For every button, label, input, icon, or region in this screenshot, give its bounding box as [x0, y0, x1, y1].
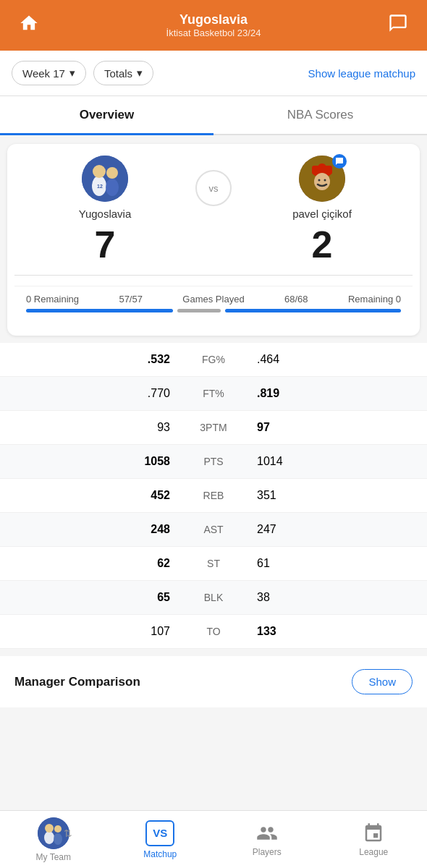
header-center: Yugoslavia İktisat Basketbol 23/24 [166, 12, 261, 38]
matchup-teams: 12 Yugoslavia 7 vs [14, 156, 413, 266]
show-manager-button[interactable]: Show [352, 669, 413, 694]
right-remaining-label: Remaining 0 [348, 294, 401, 305]
right-team-score: 2 [312, 223, 333, 266]
league-icon [363, 822, 384, 844]
bottom-nav: ⇅ My Team VS Matchup Players League [0, 810, 427, 868]
main-content: Overview NBA Scores [0, 96, 427, 773]
stat-left-6: 62 [14, 557, 185, 570]
chevron-down-icon: ▾ [137, 67, 143, 80]
week-filter[interactable]: Week 17 ▾ [12, 61, 86, 85]
chat-notification-badge [332, 154, 347, 169]
matchup-nav-icon: VS [145, 820, 174, 846]
svg-point-10 [314, 173, 330, 190]
nav-item-my-team[interactable]: ⇅ My Team [0, 811, 107, 868]
svg-point-4 [106, 167, 118, 179]
right-team-name: pavel çiçikof [292, 208, 352, 220]
week-label: Week 17 [22, 67, 65, 80]
stat-category-pts: PTS [185, 456, 242, 467]
header-subtitle: İktisat Basketbol 23/24 [166, 27, 261, 38]
right-avatar-wrapper [299, 156, 345, 202]
stat-category-ft%: FT% [185, 388, 242, 399]
stat-row-fg%: .532FG%.464 [0, 343, 427, 377]
left-team-block: 12 Yugoslavia 7 [14, 156, 195, 266]
stat-left-7: 65 [14, 591, 185, 604]
tab-nba-scores[interactable]: NBA Scores [214, 96, 427, 134]
svg-text:12: 12 [97, 184, 103, 189]
manager-comparison-title: Manager Comparison [14, 675, 140, 689]
nav-item-league[interactable]: League [321, 811, 428, 868]
swap-icon: ⇅ [64, 827, 72, 839]
stat-right-7: 38 [242, 591, 413, 604]
show-league-button[interactable]: Show league matchup [308, 67, 415, 80]
stat-right-5: 247 [242, 523, 413, 536]
vs-badge: vs [195, 170, 232, 206]
stat-left-1: .770 [14, 387, 185, 400]
nav-label-league: League [359, 847, 388, 857]
left-games-value: 57/57 [119, 294, 143, 305]
home-icon[interactable] [14, 13, 43, 38]
left-team-name: Yugoslavia [79, 208, 132, 220]
stat-row-st: 62ST61 [0, 547, 427, 581]
svg-point-3 [106, 179, 119, 196]
svg-point-11 [318, 179, 321, 182]
stat-row-ast: 248AST247 [0, 513, 427, 547]
stat-category-3ptm: 3PTM [185, 422, 242, 433]
stat-right-3: 1014 [242, 455, 413, 468]
stat-category-ast: AST [185, 524, 242, 535]
stat-right-0: .464 [242, 353, 413, 366]
left-team-avatar: 12 [82, 156, 128, 202]
stats-rows: .532FG%.464.770FT%.819933PTM971058PTS101… [0, 343, 427, 649]
svg-point-9 [318, 163, 326, 168]
stat-category-to: TO [185, 626, 242, 637]
stat-category-fg%: FG% [185, 354, 242, 365]
matchup-card: 12 Yugoslavia 7 vs [7, 144, 420, 336]
manager-comparison-section: Manager Comparison Show [0, 656, 427, 707]
stat-row-ft%: .770FT%.819 [0, 377, 427, 411]
totals-filter[interactable]: Totals ▾ [93, 61, 153, 85]
nav-item-matchup[interactable]: VS Matchup [107, 811, 214, 868]
stat-right-2: 97 [242, 421, 413, 434]
stat-row-to: 107TO133 [0, 615, 427, 649]
stat-left-2: 93 [14, 421, 185, 434]
progress-labels: 0 Remaining 57/57 Games Played 68/68 Rem… [26, 294, 401, 305]
filter-bar: Week 17 ▾ Totals ▾ Show league matchup [0, 51, 427, 96]
stats-table: .532FG%.464.770FT%.819933PTM971058PTS101… [0, 343, 427, 649]
svg-point-16 [54, 833, 62, 845]
stat-left-5: 248 [14, 523, 185, 536]
stat-left-0: .532 [14, 353, 185, 366]
stat-right-1: .819 [242, 387, 413, 400]
stat-row-3ptm: 933PTM97 [0, 411, 427, 445]
app-header: Yugoslavia İktisat Basketbol 23/24 [0, 0, 427, 51]
svg-point-14 [44, 831, 54, 844]
left-remaining-label: 0 Remaining [26, 294, 79, 305]
stat-right-6: 61 [242, 557, 413, 570]
svg-point-2 [93, 165, 106, 178]
stat-right-4: 351 [242, 489, 413, 502]
svg-point-12 [324, 179, 326, 182]
stat-left-3: 1058 [14, 455, 185, 468]
right-progress-bar [225, 309, 401, 312]
stat-right-8: 133 [242, 625, 413, 638]
divider [14, 275, 413, 276]
chat-icon[interactable] [384, 13, 413, 38]
players-icon [256, 822, 278, 844]
header-title: Yugoslavia [166, 12, 261, 27]
stat-category-blk: BLK [185, 592, 242, 603]
stat-category-st: ST [185, 558, 242, 569]
progress-bars [26, 309, 401, 312]
stat-category-reb: REB [185, 490, 242, 501]
totals-label: Totals [104, 67, 132, 80]
games-played-label: Games Played [182, 294, 244, 305]
nav-label-matchup: Matchup [143, 849, 177, 859]
right-team-block: pavel çiçikof 2 [232, 156, 413, 266]
nav-label-players: Players [253, 847, 282, 857]
left-team-score: 7 [95, 223, 116, 266]
nav-item-players[interactable]: Players [214, 811, 321, 868]
stat-row-reb: 452REB351 [0, 479, 427, 513]
chevron-down-icon: ▾ [69, 67, 75, 80]
tab-overview[interactable]: Overview [0, 96, 214, 134]
stat-row-pts: 1058PTS1014 [0, 445, 427, 479]
my-team-avatar-wrapper: ⇅ [38, 817, 69, 849]
stat-left-4: 452 [14, 489, 185, 502]
svg-point-15 [45, 824, 54, 833]
